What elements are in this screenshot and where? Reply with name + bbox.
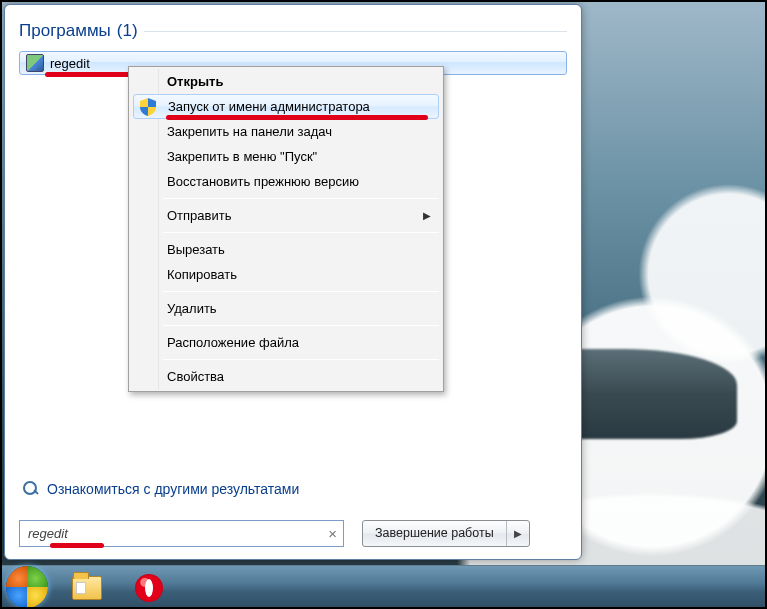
cm-copy[interactable]: Копировать xyxy=(131,262,441,287)
search-input-value: regedit xyxy=(28,526,68,541)
cm-properties-label: Свойства xyxy=(167,369,224,384)
submenu-arrow-icon: ▶ xyxy=(423,210,431,221)
clear-search-icon[interactable]: × xyxy=(328,526,337,541)
cm-restore-previous[interactable]: Восстановить прежнюю версию xyxy=(131,169,441,194)
more-results-label: Ознакомиться с другими результатами xyxy=(47,481,299,497)
cm-pin-start[interactable]: Закрепить в меню "Пуск" xyxy=(131,144,441,169)
shutdown-label: Завершение работы xyxy=(375,526,494,540)
cm-restore-previous-label: Восстановить прежнюю версию xyxy=(167,174,359,189)
cm-file-location[interactable]: Расположение файла xyxy=(131,330,441,355)
taskbar-explorer[interactable] xyxy=(64,571,110,605)
cm-delete-label: Удалить xyxy=(167,301,217,316)
cm-delete[interactable]: Удалить xyxy=(131,296,441,321)
cm-open-label: Открыть xyxy=(167,74,223,89)
opera-icon xyxy=(135,574,163,602)
cm-run-as-admin-label: Запуск от имени администратора xyxy=(168,99,370,114)
cm-pin-taskbar-label: Закрепить на панели задач xyxy=(167,124,332,139)
programs-header: Программы (1) xyxy=(19,21,567,41)
cm-separator xyxy=(163,359,439,360)
cm-file-location-label: Расположение файла xyxy=(167,335,299,350)
shutdown-options-arrow[interactable]: ▶ xyxy=(507,521,529,546)
taskbar-opera[interactable] xyxy=(126,571,172,605)
cm-separator xyxy=(163,232,439,233)
shutdown-main[interactable]: Завершение работы xyxy=(363,521,507,546)
cm-properties[interactable]: Свойства xyxy=(131,364,441,389)
header-divider xyxy=(144,31,567,32)
uac-shield-icon xyxy=(140,98,156,116)
cm-cut-label: Вырезать xyxy=(167,242,225,257)
cm-send-to[interactable]: Отправить ▶ xyxy=(131,203,441,228)
cm-copy-label: Копировать xyxy=(167,267,237,282)
cm-send-to-label: Отправить xyxy=(167,208,231,223)
cm-pin-taskbar[interactable]: Закрепить на панели задач xyxy=(131,119,441,144)
cm-separator xyxy=(163,198,439,199)
cm-separator xyxy=(163,291,439,292)
search-input[interactable]: regedit × xyxy=(19,520,344,547)
search-result-label: regedit xyxy=(50,56,90,71)
context-menu: Открыть Запуск от имени администратора З… xyxy=(128,66,444,392)
more-results-link[interactable]: Ознакомиться с другими результатами xyxy=(23,481,299,497)
programs-label: Программы xyxy=(19,21,111,41)
shutdown-button[interactable]: Завершение работы ▶ xyxy=(362,520,530,547)
cm-open[interactable]: Открыть xyxy=(131,69,441,94)
regedit-icon xyxy=(26,54,44,72)
explorer-icon xyxy=(72,576,102,600)
taskbar xyxy=(0,565,767,609)
annotation-underline xyxy=(50,543,104,548)
chevron-right-icon: ▶ xyxy=(514,528,522,539)
programs-count: (1) xyxy=(117,21,138,41)
start-button[interactable] xyxy=(6,566,48,608)
cm-cut[interactable]: Вырезать xyxy=(131,237,441,262)
cm-pin-start-label: Закрепить в меню "Пуск" xyxy=(167,149,317,164)
cm-run-as-admin[interactable]: Запуск от имени администратора xyxy=(133,94,439,119)
annotation-underline xyxy=(45,72,131,77)
cm-separator xyxy=(163,325,439,326)
start-menu-bottom-row: regedit × Завершение работы ▶ xyxy=(19,519,567,547)
search-icon xyxy=(23,481,39,497)
